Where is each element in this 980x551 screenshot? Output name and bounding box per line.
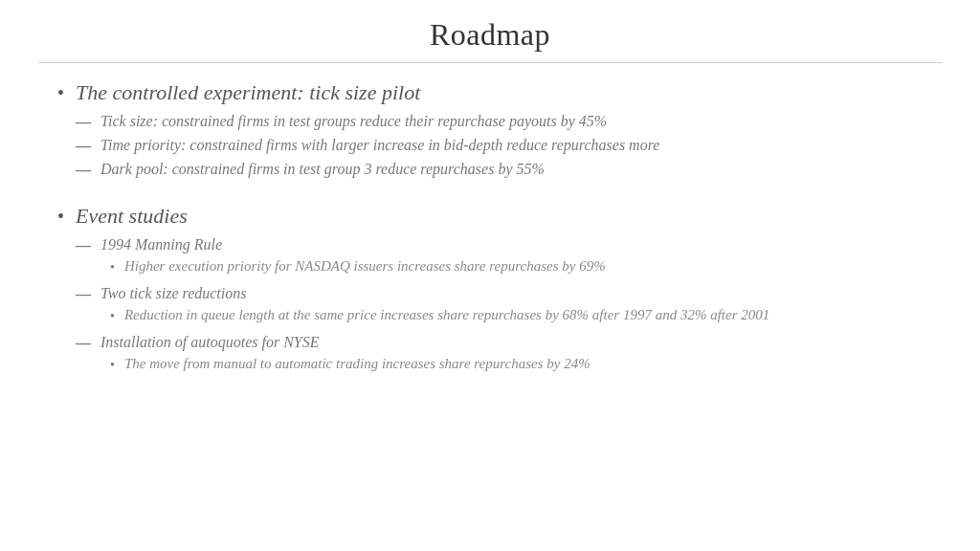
subsection-1-1-label: Tick size: constrained firms in test gro… [100, 113, 607, 130]
subsection-2-1-content: 1994 Manning Rule • Higher execution pri… [100, 236, 606, 279]
section-1-content: The controlled experiment: tick size pil… [76, 80, 923, 185]
section-2-sublist: — 1994 Manning Rule • Higher execution p… [76, 236, 923, 377]
slide: Roadmap • The controlled experiment: tic… [0, 0, 980, 551]
main-list: • The controlled experiment: tick size p… [57, 80, 923, 383]
subsection-1-2-label: Time priority: constrained firms with la… [100, 137, 659, 154]
subsection-1-3-label: Dark pool: constrained firms in test gro… [100, 161, 545, 178]
subsection-1-2: — Time priority: constrained firms with … [76, 137, 923, 155]
section-1: • The controlled experiment: tick size p… [57, 80, 923, 185]
dash-icon-2-2: — [76, 286, 91, 303]
subsection-2-1: — 1994 Manning Rule • Higher execution p… [76, 236, 923, 279]
subsection-2-1-label: 1994 Manning Rule [100, 236, 222, 253]
slide-content: • The controlled experiment: tick size p… [38, 80, 942, 532]
subsection-2-1-items: • Higher execution priority for NASDAQ i… [110, 258, 606, 276]
subsection-1-3: — Dark pool: constrained firms in test g… [76, 161, 923, 179]
section-2: • Event studies — 1994 Manning Rule • [57, 204, 923, 383]
item-2-2-1: • Reduction in queue length at the same … [110, 307, 769, 324]
subsection-2-2-items: • Reduction in queue length at the same … [110, 307, 769, 324]
subsection-2-2-label: Two tick size reductions [100, 285, 246, 301]
bullet-icon-1: • [57, 82, 64, 104]
slide-title: Roadmap [38, 17, 942, 53]
item-2-1-1-label: Higher execution priority for NASDAQ iss… [124, 258, 606, 275]
small-bullet-icon-2-2-1: • [110, 309, 115, 324]
small-bullet-icon-2-1-1: • [110, 260, 115, 276]
dash-icon-2-1: — [76, 237, 91, 254]
item-2-3-1-label: The move from manual to automatic tradin… [124, 356, 590, 372]
section-1-label: The controlled experiment: tick size pil… [76, 80, 420, 104]
dash-icon-1-2: — [76, 138, 91, 155]
subsection-1-1: — Tick size: constrained firms in test g… [76, 113, 923, 131]
item-2-1-1: • Higher execution priority for NASDAQ i… [110, 258, 606, 276]
section-2-content: Event studies — 1994 Manning Rule • High… [76, 204, 923, 383]
subsection-2-2-content: Two tick size reductions • Reduction in … [100, 285, 769, 328]
dash-icon-1-1: — [76, 114, 91, 131]
subsection-2-3: — Installation of autoquotes for NYSE • … [76, 334, 923, 377]
small-bullet-icon-2-3-1: • [110, 358, 115, 373]
section-2-label: Event studies [76, 204, 188, 228]
item-2-3-1: • The move from manual to automatic trad… [110, 356, 590, 373]
slide-header: Roadmap [38, 0, 942, 63]
dash-icon-1-3: — [76, 162, 91, 179]
section-1-sublist: — Tick size: constrained firms in test g… [76, 113, 923, 179]
bullet-icon-2: • [57, 206, 64, 228]
subsection-2-3-content: Installation of autoquotes for NYSE • Th… [100, 334, 590, 377]
item-2-2-1-label: Reduction in queue length at the same pr… [124, 307, 769, 323]
subsection-2-3-label: Installation of autoquotes for NYSE [100, 334, 319, 350]
subsection-2-3-items: • The move from manual to automatic trad… [110, 356, 590, 373]
dash-icon-2-3: — [76, 335, 91, 352]
subsection-2-2: — Two tick size reductions • Reduction i… [76, 285, 923, 328]
